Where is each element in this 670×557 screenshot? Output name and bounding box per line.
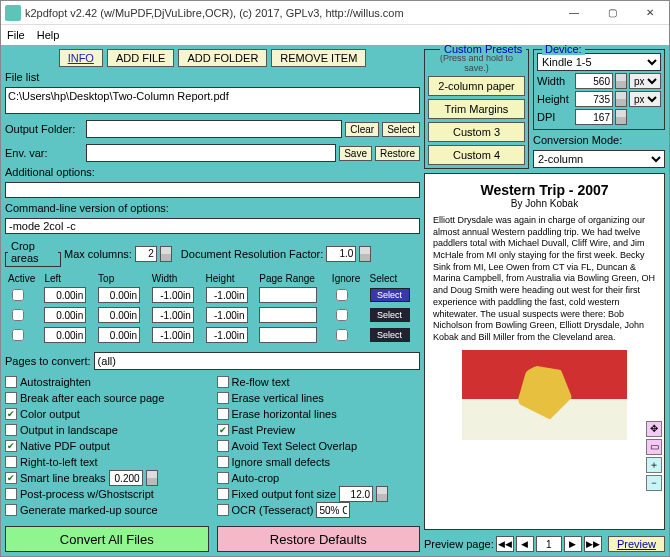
output-folder-input[interactable]	[86, 120, 342, 138]
conversion-mode-select[interactable]: 2-column	[533, 150, 665, 168]
add-file-button[interactable]: ADD FILE	[107, 49, 175, 67]
option-checkbox[interactable]	[217, 408, 229, 420]
save-env-button[interactable]: Save	[339, 146, 372, 161]
file-list[interactable]: C:\Users\hp\Desktop\Two-Column Report.pd…	[5, 87, 420, 114]
zoom-selection-button[interactable]: ✥	[646, 421, 662, 437]
crop-top-input[interactable]	[98, 327, 140, 343]
crop-left-input[interactable]	[44, 327, 86, 343]
additional-options-input[interactable]	[5, 182, 420, 198]
crop-height-input[interactable]	[206, 307, 248, 323]
crop-height-input[interactable]	[206, 287, 248, 303]
option-checkbox[interactable]	[217, 440, 229, 452]
crop-width-input[interactable]	[152, 327, 194, 343]
drf-input[interactable]	[326, 246, 356, 262]
option-checkbox[interactable]	[5, 424, 17, 436]
device-select[interactable]: Kindle 1-5	[537, 53, 661, 71]
remove-item-button[interactable]: REMOVE ITEM	[271, 49, 366, 67]
crop-ignore-checkbox[interactable]	[336, 309, 348, 321]
menu-file[interactable]: File	[7, 29, 25, 41]
option-checkbox[interactable]	[5, 392, 17, 404]
restore-env-button[interactable]: Restore	[375, 146, 420, 161]
add-folder-button[interactable]: ADD FOLDER	[178, 49, 267, 67]
crop-left-input[interactable]	[44, 307, 86, 323]
zoom-fit-button[interactable]: ▭	[646, 439, 662, 455]
cmdline-input[interactable]	[5, 218, 420, 234]
dpi-input[interactable]	[575, 109, 613, 125]
max-columns-input[interactable]	[135, 246, 157, 262]
option-label: Generate marked-up source	[20, 504, 158, 516]
crop-active-checkbox[interactable]	[12, 289, 24, 301]
option-label: Fast Preview	[232, 424, 296, 436]
option-extra-input[interactable]	[339, 486, 373, 502]
menu-help[interactable]: Help	[37, 29, 60, 41]
zoom-out-button[interactable]: －	[646, 475, 662, 491]
width-unit-select[interactable]: px	[629, 73, 661, 89]
preset-button[interactable]: Custom 3	[428, 122, 525, 142]
env-var-input[interactable]	[86, 144, 336, 162]
clear-button[interactable]: Clear	[345, 122, 379, 137]
pages-input[interactable]	[94, 352, 420, 370]
crop-select-button[interactable]: Select	[370, 328, 410, 342]
preview-button[interactable]: Preview	[608, 536, 665, 552]
maximize-button[interactable]: ▢	[593, 2, 631, 24]
option-extra-input[interactable]	[316, 502, 350, 518]
crop-height-input[interactable]	[206, 327, 248, 343]
option-spinner[interactable]	[376, 486, 388, 502]
crop-pagerange-input[interactable]	[259, 287, 317, 303]
preview-page-input[interactable]	[536, 536, 562, 552]
option-checkbox[interactable]	[217, 424, 229, 436]
convert-button[interactable]: Convert All Files	[5, 526, 209, 552]
nav-next-button[interactable]: ▶	[564, 536, 582, 552]
crop-select-button[interactable]: Select	[370, 288, 410, 302]
height-unit-select[interactable]: px	[629, 91, 661, 107]
crop-active-checkbox[interactable]	[12, 309, 24, 321]
option-checkbox[interactable]	[217, 456, 229, 468]
crop-active-checkbox[interactable]	[12, 329, 24, 341]
option-checkbox[interactable]	[5, 504, 17, 516]
height-input[interactable]	[575, 91, 613, 107]
crop-pagerange-input[interactable]	[259, 307, 317, 323]
crop-width-input[interactable]	[152, 307, 194, 323]
crop-left-input[interactable]	[44, 287, 86, 303]
nav-first-button[interactable]: ◀◀	[496, 536, 514, 552]
option-extra-input[interactable]	[109, 470, 143, 486]
option-checkbox[interactable]	[217, 376, 229, 388]
option-checkbox[interactable]	[5, 376, 17, 388]
option-spinner[interactable]	[146, 470, 158, 486]
close-button[interactable]: ✕	[631, 2, 669, 24]
height-spinner[interactable]	[615, 91, 627, 107]
preset-button[interactable]: Trim Margins	[428, 99, 525, 119]
width-input[interactable]	[575, 73, 613, 89]
option-checkbox[interactable]	[217, 472, 229, 484]
dpi-spinner[interactable]	[615, 109, 627, 125]
restore-defaults-button[interactable]: Restore Defaults	[217, 526, 421, 552]
option-checkbox[interactable]	[217, 488, 229, 500]
option-checkbox[interactable]	[5, 440, 17, 452]
crop-width-input[interactable]	[152, 287, 194, 303]
nav-prev-button[interactable]: ◀	[516, 536, 534, 552]
file-list-item[interactable]: C:\Users\hp\Desktop\Two-Column Report.pd…	[8, 90, 417, 102]
option-checkbox[interactable]	[5, 408, 17, 420]
crop-top-input[interactable]	[98, 307, 140, 323]
crop-ignore-checkbox[interactable]	[336, 289, 348, 301]
preset-button[interactable]: 2-column paper	[428, 76, 525, 96]
crop-ignore-checkbox[interactable]	[336, 329, 348, 341]
option-checkbox[interactable]	[5, 488, 17, 500]
minimize-button[interactable]: —	[555, 2, 593, 24]
option-checkbox[interactable]	[5, 472, 17, 484]
device-legend: Device:	[542, 45, 585, 55]
info-button[interactable]: INFO	[59, 49, 103, 67]
crop-select-button[interactable]: Select	[370, 308, 410, 322]
max-columns-spinner[interactable]	[160, 246, 172, 262]
nav-last-button[interactable]: ▶▶	[584, 536, 602, 552]
option-checkbox[interactable]	[217, 504, 229, 516]
option-checkbox[interactable]	[217, 392, 229, 404]
option-checkbox[interactable]	[5, 456, 17, 468]
crop-top-input[interactable]	[98, 287, 140, 303]
select-folder-button[interactable]: Select	[382, 122, 420, 137]
crop-pagerange-input[interactable]	[259, 327, 317, 343]
zoom-in-button[interactable]: ＋	[646, 457, 662, 473]
width-spinner[interactable]	[615, 73, 627, 89]
preset-button[interactable]: Custom 4	[428, 145, 525, 165]
drf-spinner[interactable]	[359, 246, 371, 262]
